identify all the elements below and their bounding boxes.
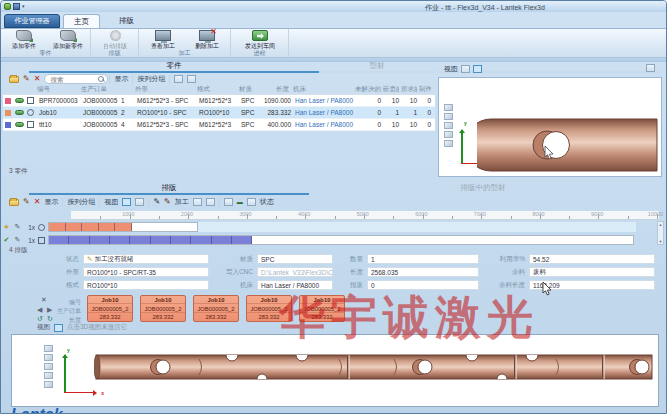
app-icon[interactable] bbox=[4, 3, 11, 10]
preview-menu-icon[interactable] bbox=[646, 64, 655, 72]
strip-next-icon[interactable]: ▶ bbox=[47, 306, 52, 314]
machining-delete-icon[interactable] bbox=[206, 198, 215, 206]
nested-part-card[interactable]: Job10JOB000005_2283.332 bbox=[140, 295, 186, 322]
machine-field[interactable]: Han Laser / PA8000 bbox=[257, 280, 333, 290]
tab-nest[interactable]: 排版 bbox=[29, 183, 309, 195]
nested-part-card[interactable]: Job10JOB000005_2283.332 bbox=[246, 295, 292, 322]
nest-row[interactable]: ✔ ✎ 1x bbox=[1, 234, 661, 246]
view-orientation-icon[interactable] bbox=[44, 381, 53, 388]
column-header[interactable]: 所求的 bbox=[399, 85, 417, 94]
add-new-part-button[interactable]: 添加新零件 bbox=[47, 30, 89, 51]
group-by-column-button[interactable]: 按列分组 bbox=[67, 197, 95, 207]
machining-view-icon[interactable] bbox=[193, 198, 202, 206]
view-2d-icon[interactable] bbox=[461, 65, 470, 73]
view-list-icon[interactable] bbox=[135, 198, 144, 206]
shape-field[interactable]: RO100*10 - SPC/RT-35 bbox=[83, 267, 209, 277]
view-orientation-icon[interactable] bbox=[444, 140, 453, 147]
view-orientation-icon[interactable] bbox=[444, 131, 453, 138]
nested-part-segment[interactable] bbox=[49, 223, 66, 231]
nested-part-segment[interactable] bbox=[90, 236, 110, 244]
nest-row[interactable]: ★ ✎ 1x bbox=[1, 221, 661, 233]
save-icon[interactable] bbox=[13, 3, 20, 10]
view-orientation-icon[interactable] bbox=[44, 345, 53, 352]
nested-part-segment[interactable] bbox=[49, 236, 69, 244]
column-header[interactable]: 编号 bbox=[35, 85, 79, 94]
column-header[interactable]: 制作 bbox=[417, 85, 431, 94]
edit-pencil-icon[interactable]: ✎ bbox=[23, 75, 30, 83]
manual-nest-alt-icon[interactable]: ✎ bbox=[164, 198, 171, 206]
nested-part-card[interactable]: Job10JOB000005_2283.332 bbox=[87, 295, 133, 322]
delete-machining-button[interactable]: ✕ 删除加工 bbox=[186, 30, 228, 51]
column-header[interactable]: 嵌套的 bbox=[381, 85, 399, 94]
strip-prev-icon[interactable]: ◀ bbox=[37, 306, 42, 314]
column-header[interactable]: 外形 bbox=[133, 85, 195, 94]
column-header[interactable]: 机床 bbox=[291, 85, 353, 94]
nested-part-card[interactable]: Job10JOB000005_2283.332 bbox=[299, 295, 345, 322]
delete-icon[interactable]: ✕ bbox=[34, 75, 41, 83]
nested-part-segment[interactable] bbox=[151, 236, 171, 244]
column-header[interactable]: 长度 bbox=[257, 85, 291, 94]
nested-part-segment[interactable] bbox=[171, 236, 191, 244]
nested-part-segment[interactable] bbox=[191, 236, 211, 244]
nest-3d-view-canvas[interactable]: y x bbox=[11, 334, 659, 407]
view-3d-icon[interactable] bbox=[54, 324, 63, 332]
strip-delete-icon[interactable]: ✕ bbox=[41, 296, 47, 304]
undo-icon[interactable]: ↺ bbox=[37, 315, 43, 323]
column-header[interactable]: 生产订单 bbox=[79, 85, 133, 94]
file-menu-button[interactable]: 作业管理器 bbox=[4, 14, 60, 28]
delete-icon[interactable]: ✕ bbox=[34, 198, 41, 206]
view-bars-icon[interactable] bbox=[122, 198, 131, 206]
nested-part-segment[interactable] bbox=[130, 236, 150, 244]
zoom-icon[interactable] bbox=[44, 363, 53, 370]
table-row[interactable]: BPR7000003JOB000005_1M612*52*3 - SPCM612… bbox=[3, 95, 435, 107]
view-orientation-icon[interactable] bbox=[444, 104, 453, 111]
tab-nesting[interactable]: 排版 bbox=[109, 14, 144, 28]
table-row[interactable]: ttt10JOB000005_4M612*52*3 - SPCM612*52*3… bbox=[3, 119, 435, 131]
column-header[interactable]: 格式 bbox=[195, 85, 237, 94]
edit-pencil-icon[interactable]: ✎ bbox=[12, 223, 23, 231]
nested-part-segment[interactable] bbox=[115, 223, 132, 231]
tab-parts[interactable]: 零件 bbox=[29, 61, 319, 73]
show-button[interactable]: 显示 bbox=[114, 74, 128, 84]
view-orientation-icon[interactable] bbox=[44, 372, 53, 379]
open-icon[interactable] bbox=[9, 76, 19, 83]
view-3d-icon[interactable] bbox=[473, 65, 482, 73]
view-orientation-icon[interactable] bbox=[44, 354, 53, 361]
show-button[interactable]: 显示 bbox=[44, 197, 58, 207]
redo-icon[interactable]: ↻ bbox=[47, 315, 53, 323]
table-row[interactable]: Job10JOB000005_2RO100*10 - SPCRO100*10SP… bbox=[3, 107, 435, 119]
nest-scrollbar[interactable]: ▲ ▼ bbox=[657, 221, 664, 245]
nested-part-segment[interactable] bbox=[99, 223, 116, 231]
send-to-workshop-button[interactable]: 发送到车间 bbox=[237, 30, 283, 51]
nested-part-card[interactable]: Job10JOB000005_2283.332 bbox=[193, 295, 239, 322]
scroll-down-icon[interactable]: ▼ bbox=[659, 239, 663, 244]
group-by-column-button[interactable]: 按列分组 bbox=[137, 74, 165, 84]
view-orientation-icon[interactable] bbox=[444, 113, 453, 120]
nested-part-segment[interactable] bbox=[110, 236, 130, 244]
scrap-field[interactable]: 0 bbox=[367, 280, 479, 290]
tab-profiles[interactable]: 型材 bbox=[319, 61, 435, 73]
column-header[interactable]: 未解决的 bbox=[353, 85, 381, 94]
tab-home[interactable]: 主页 bbox=[63, 14, 100, 28]
tab-profiles-in-nest[interactable]: 排版中的型材 bbox=[309, 183, 657, 195]
nested-part-segment[interactable] bbox=[69, 236, 89, 244]
chart-icon[interactable] bbox=[187, 75, 196, 83]
zoom-icon[interactable] bbox=[444, 122, 453, 129]
add-part-button[interactable]: 添加零件 bbox=[3, 30, 45, 51]
nest-bar[interactable] bbox=[48, 222, 198, 232]
nested-part-segment[interactable] bbox=[212, 236, 232, 244]
edit-pencil-icon[interactable]: ✎ bbox=[23, 198, 30, 206]
view-machining-button[interactable]: 查看加工 bbox=[142, 30, 184, 51]
remnant-length-field[interactable]: 1168.209 bbox=[529, 280, 655, 290]
format-field[interactable]: RO100*10 bbox=[83, 280, 209, 290]
quick-access-caret-icon[interactable]: ▾ bbox=[22, 4, 25, 9]
open-icon[interactable] bbox=[9, 199, 19, 206]
dash-icon[interactable]: ▬ bbox=[237, 199, 243, 205]
part-3d-preview-canvas[interactable]: y x bbox=[438, 77, 662, 177]
layout-icon[interactable] bbox=[174, 75, 183, 83]
scroll-up-icon[interactable]: ▲ bbox=[659, 222, 663, 227]
manual-nest-icon[interactable]: ✎ bbox=[153, 198, 160, 206]
column-header[interactable]: 材质 bbox=[237, 85, 257, 94]
nest-tool-icon[interactable] bbox=[247, 198, 256, 206]
nest-bar[interactable] bbox=[48, 235, 634, 245]
